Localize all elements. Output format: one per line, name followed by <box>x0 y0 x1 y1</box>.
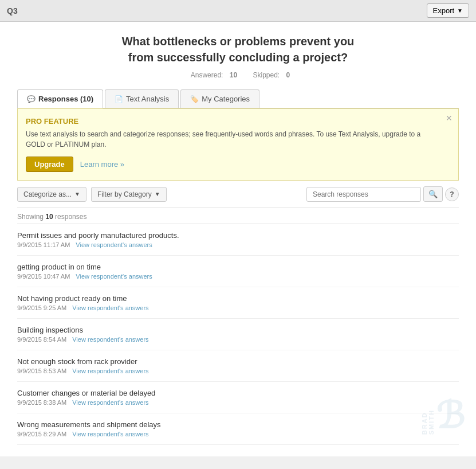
text-analysis-icon: 📄 <box>115 95 123 103</box>
response-date: 9/9/2015 10:47 AM <box>17 273 70 280</box>
tab-my-categories-label: My Categories <box>202 95 250 103</box>
view-answers-link[interactable]: View respondent's answers <box>76 273 152 280</box>
showing-label: Showing <box>17 213 44 221</box>
filter-label: Filter by Category <box>97 190 152 198</box>
categorize-chevron-icon: ▼ <box>74 191 80 197</box>
showing-row: Showing 10 responses <box>17 208 459 224</box>
toolbar: Categorize as... ▼ Filter by Category ▼ … <box>17 181 459 208</box>
list-item: Wrong measurements and shipment delays 9… <box>17 413 459 445</box>
response-meta: 9/9/2015 9:25 AM View respondent's answe… <box>17 304 459 311</box>
response-text: Wrong measurements and shipment delays <box>17 420 459 429</box>
response-date: 9/9/2015 8:29 AM <box>17 431 66 437</box>
question-id: Q3 <box>7 6 18 15</box>
response-meta: 9/9/2015 8:53 AM View respondent's answe… <box>17 368 459 374</box>
tab-text-analysis-label: Text Analysis <box>126 95 169 103</box>
categorize-dropdown[interactable]: Categorize as... ▼ <box>17 187 86 202</box>
response-date: 9/9/2015 8:54 AM <box>17 336 66 343</box>
response-date: 9/9/2015 9:25 AM <box>17 304 66 311</box>
my-categories-icon: 🏷️ <box>190 95 199 103</box>
view-answers-link[interactable]: View respondent's answers <box>72 304 148 311</box>
upgrade-button[interactable]: Upgrade <box>26 157 73 172</box>
help-icon: ? <box>450 190 454 198</box>
list-item: Not enough stock from rack provider 9/9/… <box>17 350 459 382</box>
response-meta: 9/9/2015 8:38 AM View respondent's answe… <box>17 399 459 406</box>
pro-banner-actions: Upgrade Learn more » <box>26 157 441 172</box>
close-banner-button[interactable]: ✕ <box>446 114 453 123</box>
list-item: getting product in on time 9/9/2015 10:4… <box>17 256 459 287</box>
chevron-down-icon: ▼ <box>457 7 463 14</box>
filter-dropdown[interactable]: Filter by Category ▼ <box>91 187 167 202</box>
response-meta: 9/9/2015 10:47 AM View respondent's answ… <box>17 273 459 280</box>
view-answers-link[interactable]: View respondent's answers <box>72 431 148 437</box>
responses-label: responses <box>55 213 86 221</box>
search-button[interactable]: 🔍 <box>423 186 443 202</box>
learn-more-link[interactable]: Learn more » <box>80 160 124 169</box>
view-answers-link[interactable]: View respondent's answers <box>76 241 152 248</box>
tab-responses[interactable]: 💬 Responses (10) <box>17 89 103 108</box>
search-area: 🔍 ? <box>306 186 459 202</box>
response-date: 9/9/2015 8:53 AM <box>17 368 66 374</box>
export-button[interactable]: Export ▼ <box>427 3 469 18</box>
main-content: What bottlenecks or problems prevent you… <box>0 22 476 456</box>
responses-icon: 💬 <box>27 95 36 103</box>
export-label: Export <box>433 6 455 15</box>
list-item: Building inspections 9/9/2015 8:54 AM Vi… <box>17 319 459 350</box>
tab-text-analysis[interactable]: 📄 Text Analysis <box>105 89 179 108</box>
answered-label: Answered: 10 <box>186 71 239 79</box>
question-title: What bottlenecks or problems prevent you… <box>17 33 459 65</box>
tab-my-categories[interactable]: 🏷️ My Categories <box>180 89 259 108</box>
response-date: 9/9/2015 11:17 AM <box>17 241 70 248</box>
view-answers-link[interactable]: View respondent's answers <box>72 336 148 343</box>
response-text: Customer changes or material be delayed <box>17 389 459 397</box>
skipped-label: Skipped: 0 <box>249 71 290 79</box>
list-item: Permit issues and poorly manufactured pr… <box>17 224 459 256</box>
search-input[interactable] <box>306 187 421 202</box>
help-button[interactable]: ? <box>445 187 459 201</box>
response-text: Building inspections <box>17 326 459 334</box>
pro-banner-text: Use text analysis to search and categori… <box>26 129 441 150</box>
list-item: Customer changes or material be delayed … <box>17 382 459 413</box>
response-count: 10 <box>45 213 53 221</box>
response-text: Permit issues and poorly manufactured pr… <box>17 231 459 240</box>
filter-chevron-icon: ▼ <box>155 191 160 197</box>
search-icon: 🔍 <box>428 190 438 198</box>
tab-responses-label: Responses (10) <box>38 95 93 103</box>
top-bar: Q3 Export ▼ <box>0 0 476 22</box>
answered-count: 10 <box>230 71 237 79</box>
response-text: Not having product ready on time <box>17 294 459 303</box>
response-date: 9/9/2015 8:38 AM <box>17 399 66 406</box>
response-meta: 9/9/2015 11:17 AM View respondent's answ… <box>17 241 459 248</box>
stats-row: Answered: 10 Skipped: 0 <box>17 71 459 79</box>
skipped-count: 0 <box>286 71 290 79</box>
response-meta: 9/9/2015 8:29 AM View respondent's answe… <box>17 431 459 437</box>
list-item: Not having product ready on time 9/9/201… <box>17 287 459 319</box>
response-text: Not enough stock from rack provider <box>17 357 459 366</box>
categorize-label: Categorize as... <box>23 190 72 198</box>
tabs-container: 💬 Responses (10) 📄 Text Analysis 🏷️ My C… <box>17 89 459 108</box>
pro-banner: ✕ PRO FEATURE Use text analysis to searc… <box>17 108 459 181</box>
response-list: Permit issues and poorly manufactured pr… <box>17 224 459 445</box>
response-meta: 9/9/2015 8:54 AM View respondent's answe… <box>17 336 459 343</box>
pro-banner-title: PRO FEATURE <box>26 117 441 126</box>
view-answers-link[interactable]: View respondent's answers <box>72 368 148 374</box>
view-answers-link[interactable]: View respondent's answers <box>72 399 148 406</box>
response-text: getting product in on time <box>17 263 459 271</box>
